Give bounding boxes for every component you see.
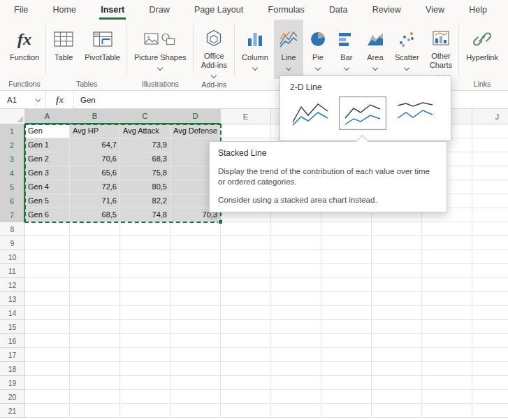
cell-C6[interactable]: 82,2 bbox=[120, 194, 170, 208]
cell-F8[interactable] bbox=[271, 222, 321, 236]
cell-A13[interactable] bbox=[25, 292, 70, 306]
cell-A16[interactable] bbox=[25, 334, 70, 348]
cell-F10[interactable] bbox=[271, 250, 321, 264]
cell-D12[interactable] bbox=[170, 278, 221, 292]
cell-G18[interactable] bbox=[321, 362, 372, 376]
cell-A5[interactable]: Gen 4 bbox=[25, 180, 70, 194]
cell-A17[interactable] bbox=[25, 348, 70, 362]
menu-tab-view[interactable]: View bbox=[424, 0, 446, 20]
cell-J12[interactable] bbox=[472, 278, 508, 292]
row-header-1[interactable]: 1 bbox=[0, 124, 25, 138]
cell-A9[interactable] bbox=[25, 236, 70, 250]
cell-D1[interactable]: Avg Defense bbox=[170, 124, 221, 138]
cell-J8[interactable] bbox=[472, 222, 508, 236]
cell-A7[interactable]: Gen 6 bbox=[25, 208, 70, 222]
office-add-ins-button[interactable]: Office Add-ins bbox=[196, 20, 233, 79]
column-header-J[interactable]: J bbox=[472, 109, 508, 124]
cell-A18[interactable] bbox=[25, 362, 70, 376]
cell-E10[interactable] bbox=[221, 250, 271, 264]
cell-G13[interactable] bbox=[321, 292, 372, 306]
cell-J10[interactable] bbox=[472, 250, 508, 264]
cell-A15[interactable] bbox=[25, 320, 70, 334]
cell-H15[interactable] bbox=[372, 320, 422, 334]
cell-I11[interactable] bbox=[422, 264, 472, 278]
cell-I9[interactable] bbox=[422, 236, 472, 250]
cell-D11[interactable] bbox=[170, 264, 221, 278]
cell-D19[interactable] bbox=[170, 376, 221, 390]
hyperlink-button[interactable]: Hyperlink bbox=[461, 20, 503, 78]
cell-C18[interactable] bbox=[120, 362, 170, 376]
cell-G21[interactable] bbox=[321, 404, 372, 418]
cell-A11[interactable] bbox=[25, 264, 70, 278]
cell-B8[interactable] bbox=[70, 222, 120, 236]
menu-tab-file[interactable]: File bbox=[13, 0, 29, 20]
cell-A19[interactable] bbox=[25, 376, 70, 390]
picture-shapes-button[interactable]: Picture Shapes bbox=[129, 20, 191, 78]
cell-D17[interactable] bbox=[170, 348, 221, 362]
row-header-5[interactable]: 5 bbox=[0, 180, 25, 194]
line-button[interactable]: Line bbox=[274, 20, 303, 79]
cell-E11[interactable] bbox=[221, 264, 271, 278]
cell-A10[interactable] bbox=[25, 250, 70, 264]
cell-F12[interactable] bbox=[271, 278, 321, 292]
cell-I18[interactable] bbox=[422, 362, 472, 376]
cell-I15[interactable] bbox=[422, 320, 472, 334]
cell-C5[interactable]: 80,5 bbox=[120, 180, 170, 194]
cell-B19[interactable] bbox=[70, 376, 120, 390]
row-header-6[interactable]: 6 bbox=[0, 194, 25, 208]
cell-D16[interactable] bbox=[170, 334, 221, 348]
chart-option-100-stacked-line[interactable] bbox=[391, 96, 439, 130]
row-header-10[interactable]: 10 bbox=[0, 250, 25, 264]
cell-A20[interactable] bbox=[25, 390, 70, 404]
cell-C17[interactable] bbox=[120, 348, 170, 362]
cell-C7[interactable]: 74,8 bbox=[120, 208, 170, 222]
cell-D18[interactable] bbox=[170, 362, 221, 376]
row-header-14[interactable]: 14 bbox=[0, 306, 25, 320]
insert-function-button[interactable]: fx bbox=[46, 91, 74, 108]
cell-E21[interactable] bbox=[221, 404, 271, 418]
cell-J3[interactable] bbox=[472, 152, 508, 166]
chart-option-stacked-line[interactable] bbox=[339, 96, 386, 130]
cell-I21[interactable] bbox=[422, 404, 472, 418]
name-box[interactable]: A1 bbox=[0, 91, 46, 108]
cell-G10[interactable] bbox=[321, 250, 372, 264]
cell-D21[interactable] bbox=[170, 404, 221, 418]
cell-F11[interactable] bbox=[271, 264, 321, 278]
cell-C13[interactable] bbox=[120, 292, 170, 306]
cell-J2[interactable] bbox=[472, 138, 508, 152]
cell-F17[interactable] bbox=[271, 348, 321, 362]
cell-F16[interactable] bbox=[271, 334, 321, 348]
cell-C11[interactable] bbox=[120, 264, 170, 278]
cell-D8[interactable] bbox=[170, 222, 221, 236]
cell-J1[interactable] bbox=[472, 124, 508, 138]
cell-B5[interactable]: 72,6 bbox=[70, 180, 120, 194]
cell-C1[interactable]: Avg Attack bbox=[120, 124, 170, 138]
cell-G12[interactable] bbox=[321, 278, 372, 292]
selection-fill-handle[interactable] bbox=[218, 219, 223, 224]
function-button[interactable]: fxFunction bbox=[5, 20, 44, 78]
table-button[interactable]: Table bbox=[48, 20, 79, 78]
row-header-9[interactable]: 9 bbox=[0, 236, 25, 250]
cell-B1[interactable]: Avg HP bbox=[70, 124, 120, 138]
column-header-D[interactable]: D bbox=[170, 109, 221, 124]
cell-C20[interactable] bbox=[120, 390, 170, 404]
row-header-18[interactable]: 18 bbox=[0, 362, 25, 376]
menu-tab-draw[interactable]: Draw bbox=[148, 0, 171, 20]
cell-C21[interactable] bbox=[120, 404, 170, 418]
cell-E18[interactable] bbox=[221, 362, 271, 376]
cell-G11[interactable] bbox=[321, 264, 372, 278]
cell-C12[interactable] bbox=[120, 278, 170, 292]
cell-J18[interactable] bbox=[472, 362, 508, 376]
cell-E19[interactable] bbox=[221, 376, 271, 390]
cell-G17[interactable] bbox=[321, 348, 372, 362]
cell-I17[interactable] bbox=[422, 348, 472, 362]
cell-B3[interactable]: 70,6 bbox=[70, 152, 120, 166]
cell-H14[interactable] bbox=[372, 306, 422, 320]
cell-J9[interactable] bbox=[472, 236, 508, 250]
cell-B2[interactable]: 64,7 bbox=[70, 138, 120, 152]
menu-tab-help[interactable]: Help bbox=[467, 0, 488, 20]
cell-J21[interactable] bbox=[472, 404, 508, 418]
cell-F14[interactable] bbox=[271, 306, 321, 320]
cell-B12[interactable] bbox=[70, 278, 120, 292]
column-header-E[interactable]: E bbox=[221, 109, 271, 124]
